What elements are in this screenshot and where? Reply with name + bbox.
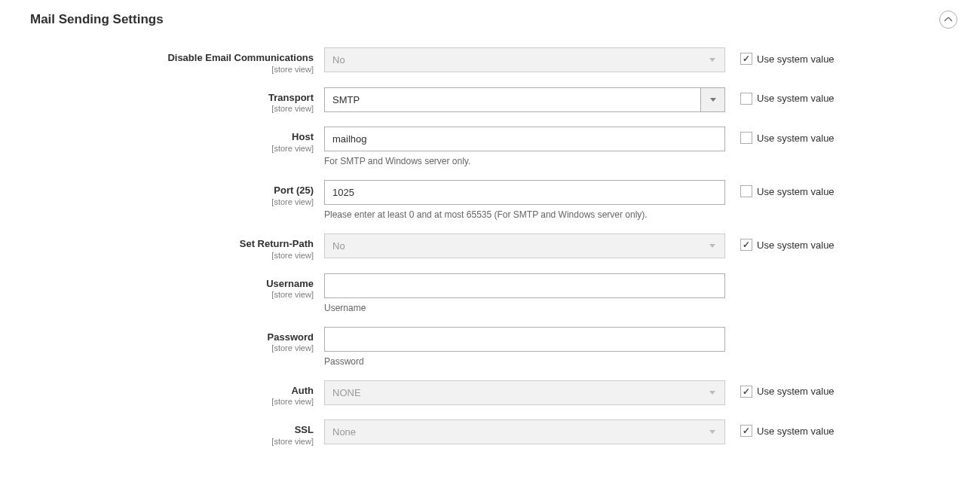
chevron-down-icon: [709, 244, 715, 248]
password-input[interactable]: [332, 328, 717, 351]
label-port: Port (25): [274, 185, 314, 196]
label-return-path: Set Return-Path: [240, 238, 314, 249]
scope-label: [store view]: [30, 343, 314, 352]
use-system-label[interactable]: Use system value: [757, 93, 835, 104]
use-system-label[interactable]: Use system value: [757, 239, 835, 251]
scope-label: [store view]: [30, 144, 314, 153]
scope-label: [store view]: [30, 104, 314, 113]
label-password: Password: [268, 331, 314, 343]
chevron-up-icon: [945, 17, 952, 22]
port-note: Please enter at least 0 and at most 6553…: [324, 209, 725, 220]
username-input-wrapper: [324, 273, 725, 298]
chevron-down-icon: [709, 58, 715, 62]
return-path-value: No: [332, 240, 345, 252]
port-use-system-checkbox[interactable]: [740, 185, 752, 197]
field-password: Password [store view] Password: [30, 327, 957, 367]
chevron-down-icon: [709, 430, 715, 434]
chevron-down-icon: [710, 98, 716, 102]
use-system-label[interactable]: Use system value: [757, 186, 835, 197]
field-username: Username [store view] Username: [30, 273, 957, 313]
use-system-label[interactable]: Use system value: [757, 53, 835, 65]
password-input-wrapper: [324, 327, 725, 352]
scope-label: [store view]: [30, 290, 314, 299]
scope-label: [store view]: [30, 197, 314, 206]
field-ssl: SSL [store view] None Use system value: [30, 419, 957, 446]
scope-label: [store view]: [30, 437, 314, 446]
password-note: Password: [324, 356, 725, 367]
return-path-select: No: [324, 233, 725, 258]
auth-select: NONE: [324, 380, 725, 405]
label-auth: Auth: [291, 385, 314, 396]
disable-email-value: No: [332, 54, 345, 66]
field-return-path: Set Return-Path [store view] No Use syst…: [30, 233, 957, 260]
auth-value: NONE: [332, 387, 361, 398]
scope-label: [store view]: [30, 251, 314, 260]
disable-email-use-system-checkbox[interactable]: [740, 53, 752, 65]
username-note: Username: [324, 303, 725, 313]
field-host: Host [store view] For SMTP and Windows s…: [30, 127, 957, 166]
ssl-use-system-checkbox[interactable]: [740, 425, 752, 437]
scope-label: [store view]: [30, 397, 314, 406]
scope-label: [store view]: [30, 65, 314, 74]
port-input-wrapper: [324, 180, 725, 205]
username-input[interactable]: [332, 274, 717, 297]
transport-use-system-checkbox[interactable]: [740, 93, 752, 105]
label-ssl: SSL: [295, 424, 314, 435]
host-input-wrapper: [324, 127, 725, 151]
use-system-label[interactable]: Use system value: [757, 386, 835, 397]
transport-select[interactable]: SMTP: [324, 87, 725, 112]
chevron-down-icon: [709, 391, 715, 395]
ssl-value: None: [332, 426, 356, 438]
return-path-use-system-checkbox[interactable]: [740, 239, 752, 251]
ssl-select: None: [324, 419, 725, 444]
host-input[interactable]: [332, 127, 717, 151]
field-port: Port (25) [store view] Please enter at l…: [30, 180, 957, 220]
section-title: Mail Sending Settings: [30, 12, 164, 27]
use-system-label[interactable]: Use system value: [757, 426, 835, 437]
host-note: For SMTP and Windows server only.: [324, 156, 725, 166]
label-host: Host: [292, 131, 314, 142]
use-system-label[interactable]: Use system value: [757, 133, 835, 144]
port-input[interactable]: [332, 181, 717, 204]
host-use-system-checkbox[interactable]: [740, 132, 752, 144]
label-transport: Transport: [268, 92, 314, 103]
disable-email-select: No: [324, 47, 725, 72]
field-disable-email: Disable Email Communications [store view…: [30, 47, 957, 74]
collapse-section-button[interactable]: [939, 11, 957, 29]
transport-value: SMTP: [332, 94, 360, 105]
field-auth: Auth [store view] NONE Use system value: [30, 380, 957, 407]
auth-use-system-checkbox[interactable]: [740, 386, 752, 398]
label-username: Username: [266, 278, 314, 289]
field-transport: Transport [store view] SMTP Use system v…: [30, 87, 957, 114]
label-disable-email: Disable Email Communications: [167, 52, 314, 63]
